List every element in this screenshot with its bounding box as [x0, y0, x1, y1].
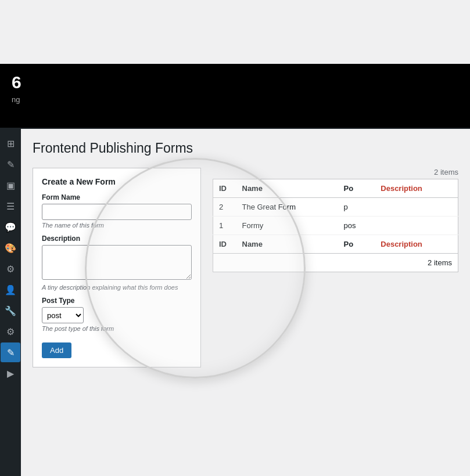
items-count-top: 2 items: [213, 168, 458, 176]
cell-id: 1: [213, 217, 236, 235]
table-row: 1 Formy pos: [213, 217, 458, 235]
post-type-select[interactable]: post page custom: [42, 307, 84, 323]
description-input[interactable]: [42, 245, 192, 280]
cell-description: [375, 198, 458, 217]
description-field: Description A tiny description explainin…: [42, 235, 192, 291]
sidebar-item-media[interactable]: ▣: [1, 175, 20, 195]
forms-table: ID Name Po Description 2 The Great Form …: [213, 179, 458, 272]
table-count-row: 2 items: [213, 254, 458, 272]
overlay-subtitle: ng: [0, 95, 470, 104]
main-content: Frontend Publishing Forms Create a New F…: [21, 129, 470, 476]
sidebar-item-settings[interactable]: ⚙: [1, 322, 20, 341]
cell-posttype: p: [338, 198, 375, 217]
wp-sidebar: ⊞ ✎ ▣ ☰ 💬 🎨 ⚙ 👤 🔧 ⚙ ✎ ▶: [0, 129, 21, 476]
col-header-description: Description: [375, 179, 458, 198]
sidebar-item-appearance[interactable]: 🎨: [1, 238, 20, 258]
sidebar-item-frontend-publishing[interactable]: ✎: [1, 342, 20, 362]
sidebar-item-posts[interactable]: ✎: [1, 154, 20, 174]
col-header-id: ID: [213, 179, 236, 198]
overlay-title: 6: [0, 64, 470, 95]
table-row: 2 The Great Form p: [213, 198, 458, 217]
table-footer-row: ID Name Po Description: [213, 235, 458, 254]
create-form-heading: Create a New Form: [42, 177, 192, 186]
form-name-hint: The name of this form: [42, 222, 192, 229]
col-footer-name: Name: [236, 235, 338, 254]
cell-description: [375, 217, 458, 235]
cell-name[interactable]: The Great Form: [236, 198, 338, 217]
col-footer-posttype: Po: [338, 235, 375, 254]
sidebar-item-tools[interactable]: 🔧: [1, 301, 20, 320]
sidebar-item-dashboard[interactable]: ⊞: [1, 134, 20, 153]
sidebar-item-plugins[interactable]: ⚙: [1, 259, 20, 279]
form-name-input[interactable]: [42, 204, 192, 220]
col-footer-description: Description: [375, 235, 458, 254]
cell-id: 2: [213, 198, 236, 217]
sidebar-item-users[interactable]: 👤: [1, 280, 20, 300]
cell-name[interactable]: Formy: [236, 217, 338, 235]
items-count-bottom: 2 items: [213, 254, 458, 272]
post-type-field: Post Type post page custom The post type…: [42, 297, 192, 332]
col-footer-id: ID: [213, 235, 236, 254]
post-type-hint: The post type of this form: [42, 325, 192, 332]
create-form-panel: Create a New Form Form Name The name of …: [33, 168, 201, 367]
description-label: Description: [42, 235, 192, 243]
table-header-row: ID Name Po Description: [213, 179, 458, 198]
col-header-posttype: Po: [338, 179, 375, 198]
sidebar-item-pages[interactable]: ☰: [1, 196, 20, 216]
forms-table-section: 2 items ID Name Po Description: [213, 168, 458, 272]
sidebar-item-comments[interactable]: 💬: [1, 217, 20, 237]
add-form-button[interactable]: Add: [42, 342, 71, 358]
sidebar-item-video[interactable]: ▶: [1, 363, 20, 383]
cell-posttype: pos: [338, 217, 375, 235]
col-header-name: Name: [236, 179, 338, 198]
page-title: Frontend Publishing Forms: [33, 140, 458, 156]
form-name-field: Form Name The name of this form: [42, 193, 192, 229]
form-name-label: Form Name: [42, 193, 192, 201]
post-type-label: Post Type: [42, 297, 192, 305]
description-hint: A tiny description explaining what this …: [42, 284, 192, 291]
